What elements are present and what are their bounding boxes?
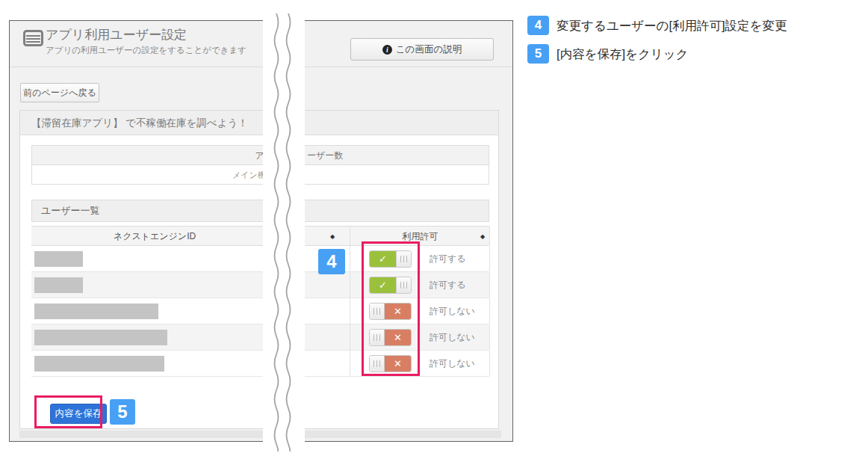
permission-label: 許可しない: [430, 324, 475, 351]
torn-paper-divider: [263, 13, 305, 452]
redacted-user-id: [34, 303, 158, 319]
sort-icon[interactable]: ◆: [480, 226, 485, 247]
column-divider: [350, 226, 350, 245]
instruction-steps: 4 変更するユーザーの[利用許可]設定を変更 5 [内容を保存]をクリック: [527, 16, 787, 73]
panel-footer-strip: [19, 431, 501, 438]
table-row: ✓ 許可する: [31, 272, 489, 298]
back-to-previous-page-button[interactable]: 前のページへ戻る: [20, 83, 99, 102]
permission-label: 許可する: [430, 246, 466, 272]
permission-label: 許可しない: [430, 351, 475, 377]
list-table-icon: [23, 30, 43, 49]
user-list-table: ネクストエンジンID ◆ 利用許可 ◆ ✓ 許可する: [31, 226, 489, 377]
screen-help-label: この画面の説明: [396, 43, 462, 56]
column-nextengine-id: ネクストエンジンID: [31, 226, 278, 247]
instruction-step-4: 4 変更するユーザーの[利用許可]設定を変更: [527, 16, 787, 35]
step-4-badge: 4: [527, 16, 549, 35]
step-5-badge: 5: [527, 44, 549, 64]
info-circle-icon: i: [382, 45, 392, 55]
app-settings-screenshot-panel: アプリ利用ユーザー設定 アプリの利用ユーザーの設定をすることができます i この…: [9, 20, 513, 442]
column-divider: [489, 226, 490, 245]
step-4-marker-badge: 4: [318, 249, 345, 274]
step-5-marker-badge: 5: [110, 399, 135, 425]
user-count-header-fragment: ーザー数: [307, 146, 343, 165]
header-divider: [10, 67, 512, 67]
instruction-step-5: 5 [内容を保存]をクリック: [527, 44, 787, 64]
app-section-box: 【滞留在庫アプリ】 で不稼働在庫を調べよう！ アプ ーザー数 メイン機能と ユー…: [19, 110, 499, 429]
table-row: ✓ 許可する: [31, 246, 489, 272]
screen-help-button[interactable]: i この画面の説明: [350, 38, 494, 61]
user-list-panel-header: ユーザー一覧: [31, 200, 489, 222]
table-row: ✕ 許可しない: [31, 324, 489, 351]
redacted-user-id: [34, 356, 164, 372]
redacted-user-id: [34, 277, 83, 293]
redacted-user-id: [34, 330, 167, 345]
redacted-user-id: [34, 251, 83, 267]
user-table-header-row: ネクストエンジンID ◆ 利用許可 ◆: [31, 226, 489, 246]
sort-icon[interactable]: ◆: [330, 226, 335, 247]
app-section-title: 【滞留在庫アプリ】 で不稼働在庫を調べよう！: [20, 111, 498, 135]
app-info-table: アプ ーザー数 メイン機能と: [31, 145, 489, 185]
permission-label: 許可しない: [430, 298, 475, 324]
page-title: アプリ利用ユーザー設定: [46, 26, 187, 43]
page-subtitle: アプリの利用ユーザーの設定をすることができます: [46, 45, 247, 56]
highlight-box-toggle-column: [362, 241, 420, 376]
step-4-text: 変更するユーザーの[利用許可]設定を変更: [557, 16, 787, 35]
table-row: ✕ 許可しない: [31, 298, 489, 324]
step-5-text: [内容を保存]をクリック: [557, 44, 689, 64]
highlight-box-save-button: [34, 395, 102, 428]
permission-label: 許可する: [430, 272, 466, 298]
table-row: ✕ 許可しない: [31, 351, 489, 377]
